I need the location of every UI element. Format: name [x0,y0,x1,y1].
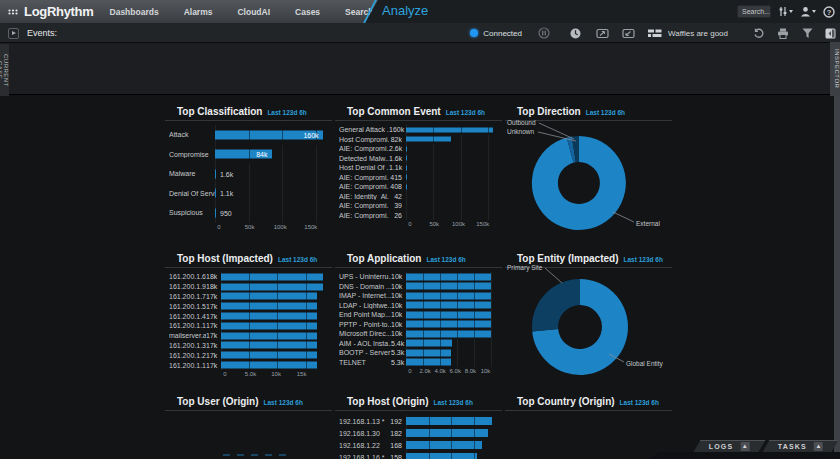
bar[interactable] [221,313,317,320]
bar-plot-area [406,163,496,173]
bar[interactable] [406,146,407,151]
pause-button[interactable] [538,27,550,39]
bar[interactable] [406,330,491,337]
bar[interactable] [406,417,492,425]
gridline [423,310,424,320]
gridline [277,350,278,360]
print-button[interactable] [777,28,789,39]
nav-item-dashboards[interactable]: Dashboards [110,7,159,17]
gridline [423,301,424,311]
bar[interactable] [215,208,216,217]
collapse-panel-button[interactable] [825,28,836,39]
bar[interactable] [406,349,451,356]
inspector-panel-edge[interactable] [834,96,840,459]
bar[interactable] [221,332,317,339]
inspector-tab[interactable]: INSPECTOR [830,42,840,96]
top-nav-bar: LogRhythm Dashboards Alarms CloudAI Case… [0,0,840,23]
undo-icon [753,28,764,39]
bar[interactable] [221,293,317,300]
donut-slice-primary-site[interactable] [532,279,580,332]
nav-item-alarms[interactable]: Alarms [184,7,213,17]
logrhythm-logo[interactable]: LogRhythm [8,4,94,19]
export-view-button[interactable] [596,28,609,39]
bar-value: 10k [391,283,406,290]
gridline [491,320,492,330]
nav-item-cases[interactable]: Cases [295,7,320,17]
bar[interactable] [406,137,451,142]
filter-button[interactable] [802,28,813,39]
gridline [461,182,462,192]
gridline [457,339,458,349]
clock-icon [570,28,581,39]
help-button[interactable]: ? [823,6,835,18]
current-case-tab[interactable]: CURRENT CASE [0,44,9,96]
nav-item-analyze[interactable]: Analyze [382,3,428,18]
bar[interactable] [221,352,317,359]
bar[interactable] [406,302,491,309]
gridline [249,301,250,311]
gridline [488,125,489,135]
bar[interactable] [215,189,216,198]
panel-title: Top Host (Impacted) [177,253,273,264]
events-timeline[interactable]: 8.1k4.1k0Dec 31Jan 07Jan 14Jan 21Jan 28F… [0,43,840,95]
gridline [277,301,278,311]
bar[interactable] [406,283,491,290]
nav-item-searches[interactable]: Searches [345,7,383,17]
tasks-tab[interactable]: TASKS ▲ [762,440,838,452]
search-input[interactable]: Search... [737,5,771,18]
popout-icon[interactable]: ▲ [740,442,749,451]
bar[interactable] [406,453,477,459]
bar-category-label: LDAP - Lightwe... [339,302,391,309]
clipped-axis-hint [265,454,272,456]
bar[interactable] [221,322,317,329]
panel-host-impacted: Top Host (Impacted)Last 123d 6h161.200.1… [165,246,332,389]
gridline [423,329,424,339]
gridline [249,184,250,204]
bar[interactable] [406,165,407,170]
bar[interactable] [406,321,491,328]
gridline [423,348,424,358]
x-axis-tick: 100k [274,224,287,230]
time-range-button[interactable] [570,28,581,39]
popout-icon[interactable]: ▲ [814,442,823,451]
waffles-label: Waffles are good [668,29,728,38]
bar[interactable] [406,156,407,161]
bar-row: AIE: Compromi...26 [339,211,496,221]
bar-row: Malware1.6k [169,164,326,184]
bar[interactable] [221,303,317,310]
undo-button[interactable] [753,28,764,39]
bar-plot-area [406,358,496,368]
bar[interactable] [406,429,488,437]
bar-value: 10k [391,302,406,309]
gridline [457,291,458,301]
user-menu[interactable] [800,6,816,17]
import-view-button[interactable] [622,28,635,39]
bar[interactable] [406,127,493,132]
gridline [277,360,278,370]
bar[interactable] [406,311,491,318]
bar[interactable] [406,292,491,299]
bar[interactable] [221,362,317,369]
gridline [440,282,441,292]
bar[interactable] [215,169,216,178]
bar-category-label: AIE: Compromi... [339,174,389,181]
bar-category-label: 192.168.1.22 [339,442,389,449]
layout-button[interactable] [648,29,662,38]
preferences-menu[interactable] [778,6,793,17]
bar[interactable] [406,340,452,347]
bar[interactable] [406,441,482,449]
bar[interactable] [406,359,451,366]
donut-chart: OutboundUnknownExternal [505,99,672,246]
nav-item-cloudai[interactable]: CloudAI [237,7,270,17]
logs-tab[interactable]: LOGS ▲ [694,440,766,452]
gridline [474,272,475,282]
gridline [461,163,462,173]
bar[interactable] [221,283,323,290]
bar[interactable] [221,273,323,280]
gridline [488,192,489,202]
events-panel-icon[interactable] [8,28,19,39]
bar-plot-area [406,339,496,349]
bar[interactable] [406,273,491,280]
bar[interactable] [221,342,317,349]
bar-plot-area [406,451,496,459]
